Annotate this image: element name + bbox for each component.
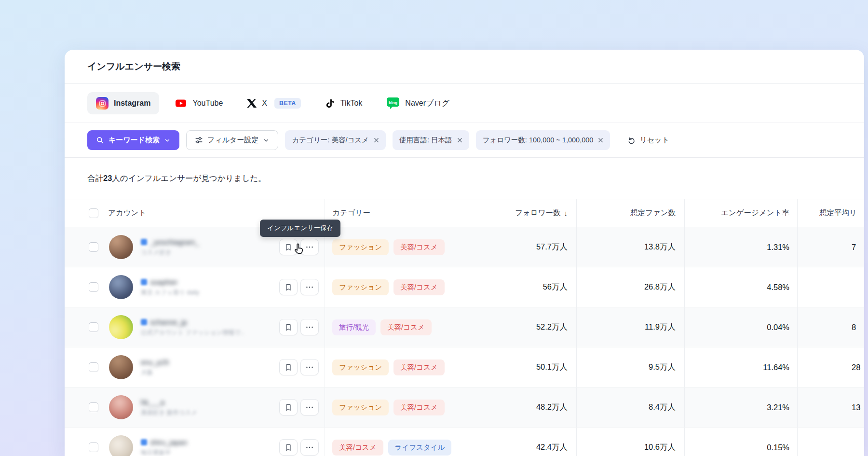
column-header-category: カテゴリー: [332, 208, 370, 218]
account-info: _yoschiagram_ コスメ好き: [141, 238, 199, 257]
panel-header: インフルエンサー検索: [65, 50, 864, 84]
save-influencer-button[interactable]: [279, 359, 298, 375]
fans-value: 13.8万人: [577, 227, 685, 267]
instagram-icon: [96, 97, 108, 110]
category-chip: 美容/コスメ: [332, 440, 383, 456]
more-menu-button[interactable]: [300, 399, 319, 415]
x-icon: [247, 98, 257, 108]
followers-value: 48.2万人: [482, 387, 577, 427]
more-menu-button[interactable]: [300, 359, 319, 375]
beta-badge: BETA: [274, 98, 301, 109]
avatar: [109, 275, 133, 299]
hand-cursor-icon: [292, 242, 305, 257]
reset-button[interactable]: リセット: [627, 136, 669, 145]
tab-naver-blog[interactable]: blog Naverブログ: [378, 92, 458, 114]
save-influencer-button[interactable]: [279, 399, 298, 415]
account-subtitle: 美容好き 新作コスメ: [141, 409, 197, 417]
influencer-table: アカウント カテゴリー フォロワー数 ↓ 想定ファン数 エンゲージメント率 想定…: [65, 199, 864, 456]
account-subtitle: コスメ好き: [141, 249, 199, 257]
close-icon[interactable]: [374, 138, 379, 143]
chevron-down-icon: [263, 137, 270, 144]
category-chip: 美容/コスメ: [393, 359, 445, 375]
followers-value: 50.1万人: [482, 347, 577, 387]
profile-badge-icon: [141, 439, 147, 445]
avg-reach-value: 8: [798, 307, 864, 347]
engagement-value: 0.15%: [685, 428, 798, 456]
tab-tiktok[interactable]: TikTok: [316, 94, 371, 113]
category-chip: 美容/コスメ: [393, 279, 445, 295]
column-header-account: アカウント: [108, 208, 146, 218]
username: shiru_japan: [150, 438, 188, 446]
username: _yoschiagram_: [150, 238, 199, 246]
filter-chip-category[interactable]: カテゴリー: 美容/コスメ: [285, 130, 385, 150]
save-influencer-button[interactable]: [279, 439, 298, 456]
save-tooltip: インフルエンサー保存: [260, 220, 340, 237]
tab-x[interactable]: X BETA: [238, 93, 309, 113]
filter-chip-followers[interactable]: フォロワー数: 100,000 ~ 1,000,000: [476, 130, 610, 150]
account-subtitle: 東京 カフェ巡り daily: [141, 289, 199, 297]
save-influencer-button[interactable]: [279, 279, 298, 295]
naver-blog-icon: blog: [386, 97, 400, 110]
fans-value: 11.9万人: [577, 307, 685, 347]
column-header-followers[interactable]: フォロワー数 ↓: [482, 199, 577, 227]
more-menu-button[interactable]: [300, 319, 319, 335]
category-chip: ファッション: [332, 279, 389, 295]
category-chip: 美容/コスメ: [393, 400, 445, 415]
platform-tab-bar: Instagram YouTube X BETA TikTok blog Na: [65, 84, 864, 123]
fans-value: 10.6万人: [577, 428, 685, 456]
account-subtitle: 毎日更新中: [141, 449, 188, 456]
row-checkbox[interactable]: [89, 282, 98, 292]
table-row[interactable]: shiru_japan 毎日更新中 美容/コスメ ライフスタイル 42.4万人 …: [65, 428, 864, 456]
avg-reach-value: 13: [798, 387, 864, 427]
table-row[interactable]: hk___a 美容好き 新作コスメ ファッション 美容/コスメ 48.2万人 8…: [65, 387, 864, 428]
tab-instagram[interactable]: Instagram: [87, 92, 159, 114]
table-row[interactable]: soaphier 東京 カフェ巡り daily ファッション 美容/コスメ 56…: [65, 267, 864, 307]
followers-value: 52.2万人: [482, 307, 577, 347]
tab-label: TikTok: [340, 99, 363, 108]
account-info: soaphier 東京 カフェ巡り daily: [141, 278, 199, 297]
more-menu-button[interactable]: [300, 439, 319, 456]
row-checkbox[interactable]: [89, 402, 98, 412]
tab-label: YouTube: [192, 99, 223, 108]
profile-badge-icon: [141, 279, 147, 285]
table-row[interactable]: schanne_jp 公式アカウント ファッション情報で… 旅行/観光 美容/コ…: [65, 307, 864, 347]
table-row[interactable]: enu_p25 大阪 ファッション 美容/コスメ 50.1万人 9.5万人 11…: [65, 347, 864, 387]
username: hk___a: [141, 398, 164, 406]
avatar: [109, 235, 133, 259]
more-menu-button[interactable]: [300, 279, 319, 295]
account-subtitle: 公式アカウント ファッション情報で…: [141, 329, 244, 337]
followers-value: 56万人: [482, 267, 577, 307]
tab-label: Instagram: [114, 99, 150, 108]
fans-value: 9.5万人: [577, 347, 685, 387]
followers-value: 57.7万人: [482, 227, 577, 267]
avatar: [109, 395, 133, 419]
avg-reach-value: 28: [798, 347, 864, 387]
row-checkbox[interactable]: [89, 242, 98, 252]
username: soaphier: [150, 278, 178, 286]
filter-chip-language[interactable]: 使用言語: 日本語: [393, 130, 469, 150]
category-chip: 旅行/観光: [332, 319, 376, 335]
avg-reach-value: [798, 428, 864, 456]
filter-bar: キーワード検索 フィルター設定 カテゴリー: 美容/コスメ 使用言語: 日本語: [65, 123, 864, 158]
username: enu_p25: [141, 358, 169, 366]
row-checkbox[interactable]: [89, 322, 98, 332]
engagement-value: 4.58%: [685, 267, 798, 307]
sliders-icon: [195, 136, 203, 144]
row-checkbox[interactable]: [89, 442, 98, 452]
avg-reach-value: 7: [798, 227, 864, 267]
close-icon[interactable]: [457, 138, 462, 143]
select-all-checkbox[interactable]: [89, 208, 98, 218]
account-info: schanne_jp 公式アカウント ファッション情報で…: [141, 318, 244, 337]
tab-youtube[interactable]: YouTube: [166, 93, 231, 114]
category-chip: ファッション: [332, 239, 389, 255]
filter-settings-button[interactable]: フィルター設定: [186, 130, 278, 150]
results-summary: 合計23人のインフルエンサーが見つかりました。: [65, 158, 864, 199]
avatar: [109, 435, 133, 456]
table-header-row: アカウント カテゴリー フォロワー数 ↓ 想定ファン数 エンゲージメント率 想定…: [65, 199, 864, 227]
row-checkbox[interactable]: [89, 362, 98, 372]
close-icon[interactable]: [598, 138, 603, 143]
save-influencer-button[interactable]: [279, 319, 298, 335]
table-row[interactable]: _yoschiagram_ コスメ好き ファッション 美容/コスメ 57.7万人…: [65, 227, 864, 267]
svg-text:blog: blog: [389, 100, 397, 105]
keyword-search-button[interactable]: キーワード検索: [87, 130, 179, 150]
